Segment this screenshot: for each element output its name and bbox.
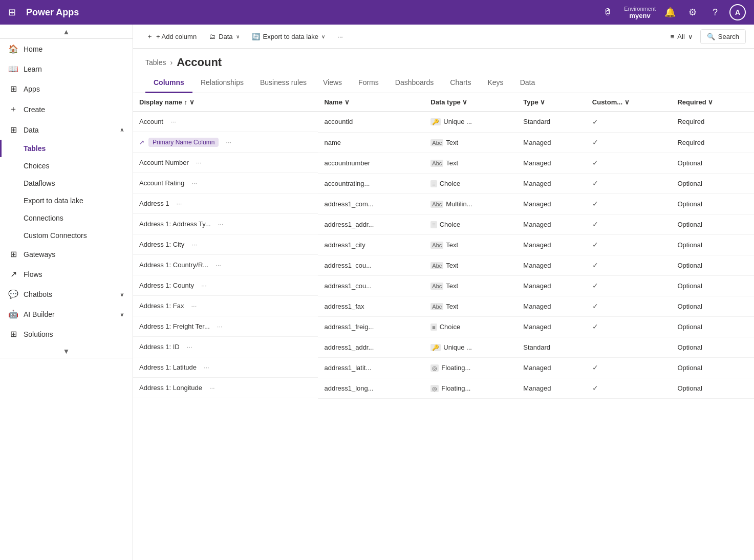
- cell-name: address1_addr...: [318, 214, 424, 234]
- display-name-text: Address 1: [139, 200, 169, 207]
- cell-display-name: Account···: [133, 112, 318, 132]
- help-icon[interactable]: ?: [707, 4, 723, 20]
- col-display-name[interactable]: Display name ↑ ∨: [133, 93, 318, 112]
- display-name-text: Address 1: Freight Ter...: [139, 322, 210, 330]
- sidebar-label-tables: Tables: [24, 144, 46, 153]
- env-name: myenv: [630, 12, 651, 19]
- cell-display-name: Account Rating···: [133, 173, 318, 193]
- sidebar-item-gateways[interactable]: ⊞ Gateways: [0, 244, 133, 264]
- col-data-type-label: Data type: [430, 98, 461, 106]
- row-context-menu[interactable]: ···: [188, 301, 200, 311]
- cell-name: address1_freig...: [318, 316, 424, 337]
- env-info: Environment myenv: [624, 6, 656, 19]
- tab-forms[interactable]: Forms: [350, 73, 387, 93]
- col-required[interactable]: Required ∨: [671, 93, 754, 112]
- row-context-menu[interactable]: ···: [188, 240, 200, 249]
- sidebar-item-data[interactable]: ⊞ Data ∧: [0, 120, 133, 140]
- sidebar-item-home[interactable]: 🏠 Home: [0, 39, 133, 59]
- sort-desc-icon: ∨: [189, 98, 195, 106]
- row-context-menu[interactable]: ···: [206, 383, 218, 393]
- add-column-button[interactable]: ＋ + Add column: [141, 29, 202, 44]
- sidebar-item-connections[interactable]: Connections: [0, 209, 133, 227]
- search-button[interactable]: 🔍 Search: [700, 29, 746, 44]
- tab-charts[interactable]: Charts: [442, 73, 479, 93]
- row-context-menu[interactable]: ···: [201, 362, 212, 372]
- sidebar-label-chatbots: Chatbots: [24, 290, 52, 298]
- app-name: Power Apps: [26, 7, 79, 18]
- cell-name: address1_long...: [318, 378, 424, 398]
- filter-button[interactable]: ≡ All ∨: [665, 30, 698, 44]
- export-button[interactable]: 🔄 Export to data lake ∨: [247, 30, 330, 44]
- row-context-menu[interactable]: ···: [223, 137, 234, 147]
- tab-keys[interactable]: Keys: [480, 73, 512, 93]
- cell-required: Optional: [671, 193, 754, 214]
- sidebar-item-apps[interactable]: ⊞ Apps: [0, 79, 133, 99]
- custom-checkmark: ✓: [592, 363, 598, 372]
- tab-business-rules[interactable]: Business rules: [252, 73, 315, 93]
- filter-label: All: [677, 33, 684, 40]
- sidebar-item-solutions[interactable]: ⊞ Solutions: [0, 324, 133, 344]
- data-type-icon: ≡: [430, 180, 437, 187]
- col-type[interactable]: Type ∨: [517, 93, 586, 112]
- row-context-menu[interactable]: ···: [215, 219, 227, 229]
- export-icon: 🔄: [252, 33, 260, 40]
- cell-type: Managed: [517, 378, 586, 398]
- sidebar-item-tables[interactable]: Tables: [0, 140, 133, 157]
- display-name-text: Address 1: Fax: [139, 302, 184, 310]
- col-data-type[interactable]: Data type ∨: [424, 93, 517, 112]
- sidebar-item-custom-connectors[interactable]: Custom Connectors: [0, 227, 133, 244]
- settings-icon[interactable]: ⚙: [684, 4, 701, 20]
- tab-data[interactable]: Data: [512, 73, 544, 93]
- sidebar-item-choices[interactable]: Choices: [0, 157, 133, 175]
- tab-dashboards[interactable]: Dashboards: [387, 73, 442, 93]
- cell-required: Optional: [671, 316, 754, 337]
- breadcrumb-parent[interactable]: Tables: [145, 58, 166, 67]
- row-context-menu[interactable]: ···: [214, 321, 226, 331]
- display-name-text: Address 1: Latitude: [139, 363, 197, 371]
- bell-icon[interactable]: 🔔: [662, 4, 678, 20]
- row-context-menu[interactable]: ···: [198, 281, 210, 290]
- sidebar-item-ai-builder[interactable]: 🤖 AI Builder ∨: [0, 304, 133, 324]
- cell-required: Optional: [671, 255, 754, 275]
- data-type-icon: 🔑: [430, 344, 441, 351]
- row-context-menu[interactable]: ···: [184, 342, 196, 352]
- sidebar-item-create[interactable]: ＋ Create: [0, 99, 133, 120]
- tab-relationships[interactable]: Relationships: [192, 73, 252, 93]
- row-context-menu[interactable]: ···: [174, 199, 185, 208]
- display-name-text: Account Number: [139, 159, 189, 166]
- row-context-menu[interactable]: ···: [167, 117, 179, 126]
- sidebar-scroll-up[interactable]: ▲: [0, 25, 133, 39]
- tab-columns[interactable]: Columns: [145, 73, 192, 93]
- table-row: Address 1: Longitude···address1_long...◎…: [133, 378, 754, 398]
- cell-custom: ✓: [586, 255, 672, 275]
- sidebar-scroll-down[interactable]: ▼: [0, 344, 133, 358]
- custom-checkmark: ✓: [592, 302, 598, 310]
- col-type-label: Type: [523, 98, 538, 106]
- row-context-menu[interactable]: ···: [193, 158, 205, 167]
- data-type-icon: Abc: [430, 139, 443, 146]
- sidebar-item-chatbots[interactable]: 💬 Chatbots ∨: [0, 284, 133, 304]
- col-data-type-sort-icon: ∨: [462, 98, 467, 106]
- sidebar-item-learn[interactable]: 📖 Learn: [0, 59, 133, 79]
- col-custom[interactable]: Custom... ∨: [586, 93, 672, 112]
- waffle-icon[interactable]: ⊞: [8, 7, 16, 18]
- top-nav: ⊞ Power Apps 🛢 Environment myenv 🔔 ⚙ ? A: [0, 0, 754, 25]
- avatar[interactable]: A: [729, 4, 746, 20]
- row-context-menu[interactable]: ···: [188, 178, 200, 188]
- cell-type: Managed: [517, 316, 586, 337]
- col-name[interactable]: Name ∨: [318, 93, 424, 112]
- data-button[interactable]: 🗂 Data ∨: [204, 30, 244, 44]
- row-context-menu[interactable]: ···: [212, 260, 224, 270]
- cell-name: accountrating...: [318, 173, 424, 193]
- sidebar-item-export[interactable]: Export to data lake: [0, 192, 133, 209]
- sidebar-item-flows[interactable]: ↗ Flows: [0, 264, 133, 284]
- sidebar-item-dataflows[interactable]: Dataflows: [0, 175, 133, 192]
- sidebar-label-flows: Flows: [24, 270, 42, 278]
- cell-display-name: Account Number···: [133, 153, 318, 173]
- more-button[interactable]: ···: [332, 30, 348, 44]
- flows-icon: ↗: [8, 269, 18, 279]
- main-layout: ▲ 🏠 Home 📖 Learn ⊞ Apps ＋ Create ⊞ Data …: [0, 25, 754, 560]
- cell-custom: ✓: [586, 378, 672, 398]
- tab-views[interactable]: Views: [315, 73, 350, 93]
- cell-data-type: AbcText: [424, 296, 517, 316]
